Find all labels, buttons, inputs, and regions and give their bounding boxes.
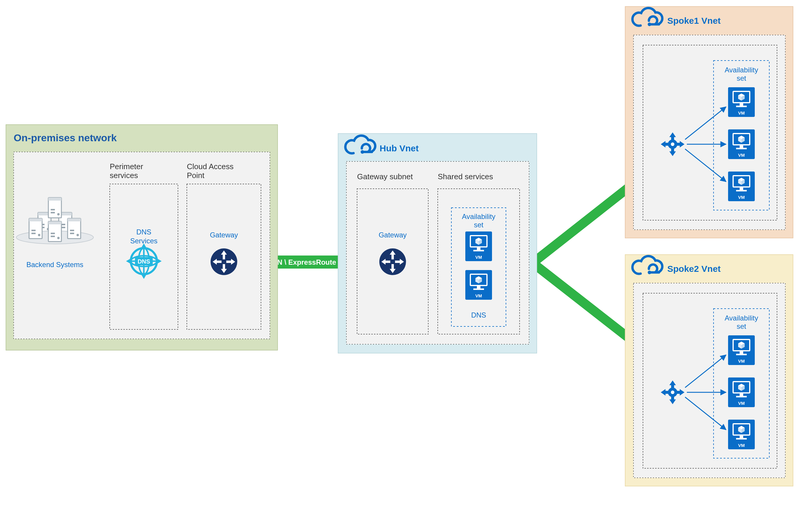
vm-icon [465, 270, 492, 300]
vm-icon [728, 172, 755, 201]
vm-icon [728, 420, 755, 449]
vpn-expressroute-label: VPN \ ExpressRoute [268, 258, 336, 266]
svg-rect-47 [633, 35, 785, 230]
server-icon [68, 218, 81, 239]
server-icon [29, 218, 42, 239]
hub-dns-label: DNS [471, 311, 486, 319]
peering-link-spoke1: peering [533, 172, 641, 269]
onprem-gateway-label: Gateway [210, 231, 238, 239]
spoke1-vnet: Spoke1 Vnet Availabilityset [625, 6, 793, 238]
gateway-subnet-title: Gateway subnet [357, 172, 413, 181]
shared-services-title: Shared services [438, 172, 493, 181]
gateway-icon [379, 248, 406, 275]
server-icon [48, 221, 61, 242]
hub-vnet-title: Hub Vnet [380, 143, 419, 153]
server-icon [48, 198, 61, 218]
onprem-title: On-premises network [14, 132, 117, 143]
hub-vnet: Hub Vnet Gateway subnet Gateway Shared s… [338, 134, 537, 353]
svg-marker-36 [533, 257, 641, 353]
vm-icon [728, 87, 755, 117]
spoke1-title: Spoke1 Vnet [667, 16, 721, 25]
hub-gateway-label: Gateway [379, 231, 407, 239]
backend-systems-label: Backend Systems [26, 261, 83, 268]
vm-icon [728, 335, 755, 365]
svg-marker-35 [533, 172, 641, 269]
peering-link-spoke2: peering [533, 257, 641, 353]
svg-rect-38 [14, 152, 270, 339]
spoke2-vnet: Spoke2 Vnet Availabilityset [625, 255, 793, 486]
gateway-icon [211, 248, 237, 275]
vm-icon [728, 129, 755, 159]
architecture-diagram: VM DNS VPN \ E [0, 0, 812, 522]
vm-icon [728, 378, 755, 407]
vm-icon [465, 232, 492, 261]
spoke2-title: Spoke2 Vnet [667, 264, 721, 274]
on-premises-network: On-premises network Backend Systems Peri… [6, 125, 277, 350]
svg-rect-50 [633, 283, 785, 478]
